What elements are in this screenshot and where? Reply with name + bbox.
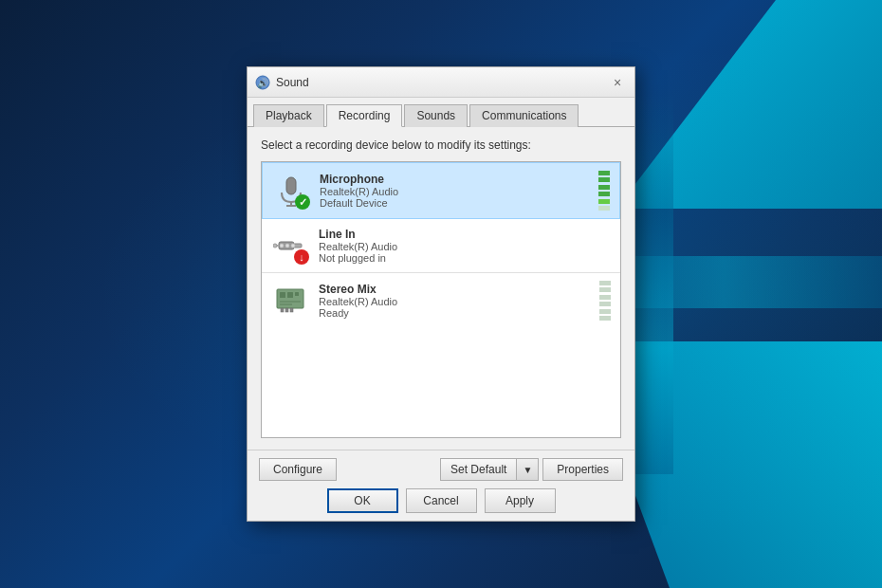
- status-badge-microphone: ✓: [295, 194, 310, 210]
- stereo-mix-info: Stereo Mix Realtek(R) Audio Ready: [319, 283, 594, 319]
- set-default-group: Set Default ▼ Properties: [440, 458, 623, 481]
- set-default-button[interactable]: Set Default: [441, 459, 516, 480]
- ok-button[interactable]: OK: [327, 488, 398, 513]
- meter-bar-6: [598, 206, 610, 211]
- tab-sounds[interactable]: Sounds: [404, 104, 468, 127]
- microphone-status: Default Device: [320, 197, 593, 209]
- sm-meter-bar-5: [599, 309, 611, 314]
- microphone-level-meter: [598, 171, 610, 211]
- dialog-backdrop: 🔊 Sound × Playback Recording Sounds Comm…: [0, 0, 882, 588]
- sound-dialog: 🔊 Sound × Playback Recording Sounds Comm…: [247, 66, 635, 522]
- svg-rect-18: [281, 308, 284, 312]
- stereo-mix-driver: Realtek(R) Audio: [319, 296, 594, 307]
- svg-rect-14: [287, 292, 293, 298]
- stereo-mix-icon-wrap: [271, 282, 309, 320]
- sound-icon: 🔊: [255, 75, 270, 90]
- device-line-in[interactable]: ↓ Line In Realtek(R) Audio Not plugged i…: [262, 219, 620, 273]
- footer-top-buttons: Configure Set Default ▼ Properties: [259, 458, 623, 481]
- meter-bar-4: [598, 192, 610, 196]
- svg-rect-13: [280, 292, 285, 298]
- line-in-status: Not plugged in: [319, 252, 611, 264]
- title-bar-left: 🔊 Sound: [255, 75, 309, 90]
- sm-meter-bar-6: [599, 316, 611, 321]
- sm-meter-bar-4: [599, 302, 611, 306]
- sm-meter-bar-2: [599, 287, 611, 292]
- microphone-info: Microphone Realtek(R) Audio Default Devi…: [320, 173, 593, 209]
- apply-button[interactable]: Apply: [485, 488, 556, 513]
- title-bar: 🔊 Sound ×: [248, 67, 634, 98]
- stereo-mix-status: Ready: [319, 307, 594, 319]
- svg-rect-19: [285, 308, 288, 312]
- sm-meter-bar-1: [599, 281, 611, 285]
- dialog-title: Sound: [276, 76, 309, 89]
- meter-bar-3: [598, 185, 610, 190]
- close-button[interactable]: ×: [608, 73, 627, 92]
- stereo-mix-name: Stereo Mix: [319, 283, 594, 296]
- set-default-dropdown[interactable]: ▼: [516, 459, 538, 480]
- microphone-name: Microphone: [320, 173, 593, 186]
- stereo-mix-icon: [273, 284, 307, 318]
- line-in-name: Line In: [319, 228, 611, 241]
- tab-recording[interactable]: Recording: [326, 104, 403, 127]
- meter-bar-5: [598, 199, 610, 204]
- line-in-driver: Realtek(R) Audio: [319, 241, 611, 252]
- tab-bar: Playback Recording Sounds Communications: [248, 98, 634, 127]
- svg-rect-20: [290, 308, 293, 312]
- svg-point-10: [285, 244, 289, 248]
- device-stereo-mix[interactable]: Stereo Mix Realtek(R) Audio Ready: [262, 273, 620, 328]
- svg-rect-15: [295, 292, 299, 296]
- svg-point-8: [273, 244, 277, 248]
- device-list: ✓ Microphone Realtek(R) Audio Default De…: [261, 161, 621, 438]
- svg-rect-2: [286, 177, 296, 194]
- dialog-footer: Configure Set Default ▼ Properties OK Ca…: [248, 450, 634, 521]
- microphone-driver: Realtek(R) Audio: [320, 186, 593, 197]
- configure-button[interactable]: Configure: [259, 458, 337, 481]
- svg-point-11: [291, 244, 295, 248]
- meter-bar-1: [598, 171, 610, 175]
- svg-text:🔊: 🔊: [257, 77, 269, 89]
- stereo-mix-level-meter: [599, 281, 611, 321]
- line-in-info: Line In Realtek(R) Audio Not plugged in: [319, 228, 611, 264]
- set-default-container: Set Default ▼: [440, 458, 539, 481]
- tab-communications[interactable]: Communications: [469, 104, 579, 127]
- meter-bar-2: [598, 177, 610, 182]
- dialog-content: Select a recording device below to modif…: [248, 127, 634, 450]
- instruction-text: Select a recording device below to modif…: [261, 138, 621, 152]
- cancel-button[interactable]: Cancel: [406, 488, 477, 513]
- sm-meter-bar-3: [599, 295, 611, 300]
- device-microphone[interactable]: ✓ Microphone Realtek(R) Audio Default De…: [262, 162, 620, 219]
- svg-point-9: [280, 244, 284, 248]
- footer-bottom-buttons: OK Cancel Apply: [259, 488, 623, 513]
- status-badge-line-in: ↓: [294, 249, 309, 265]
- microphone-icon-wrap: ✓: [272, 172, 310, 210]
- tab-playback[interactable]: Playback: [253, 104, 324, 127]
- properties-button[interactable]: Properties: [542, 458, 623, 481]
- line-in-icon-wrap: ↓: [271, 227, 309, 265]
